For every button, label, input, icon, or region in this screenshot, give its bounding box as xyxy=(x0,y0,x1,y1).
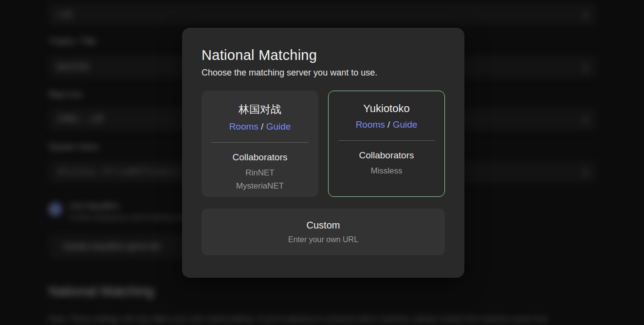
server-links: Rooms / Guide xyxy=(202,121,318,132)
rooms-link[interactable]: Rooms xyxy=(229,121,258,132)
collaborator-name: Missless xyxy=(329,164,444,177)
collaborators-list: RinNET MysteriaNET xyxy=(202,166,318,192)
guide-link[interactable]: Guide xyxy=(266,121,291,132)
collaborator-name: RinNET xyxy=(202,166,318,179)
card-divider xyxy=(338,140,435,141)
collaborator-name: MysteriaNET xyxy=(202,179,318,192)
server-links: Rooms / Guide xyxy=(329,119,444,130)
server-card-yukiotoko[interactable]: Yukiotoko Rooms / Guide Collaborators Mi… xyxy=(328,91,445,197)
link-separator: / xyxy=(258,121,266,132)
server-options: 林国对战 Rooms / Guide Collaborators RinNET … xyxy=(202,91,445,197)
server-name: 林国对战 xyxy=(202,102,318,117)
rooms-link[interactable]: Rooms xyxy=(356,119,385,130)
server-card-linguo[interactable]: 林国对战 Rooms / Guide Collaborators RinNET … xyxy=(202,91,318,197)
guide-link[interactable]: Guide xyxy=(393,119,418,130)
collaborators-list: Missless xyxy=(329,164,444,177)
card-divider xyxy=(211,142,309,143)
dialog-subtitle: Choose the matching server you want to u… xyxy=(202,68,445,78)
collaborators-label: Collaborators xyxy=(202,152,318,163)
custom-server-card[interactable]: Custom Enter your own URL xyxy=(202,209,445,255)
custom-card-title: Custom xyxy=(307,220,340,231)
screen: 1.50 ❯ Trophy / Title MASTER ❯ Map Icon … xyxy=(0,0,644,325)
link-separator: / xyxy=(385,119,393,130)
collaborators-label: Collaborators xyxy=(329,150,444,161)
national-matching-dialog: National Matching Choose the matching se… xyxy=(182,28,464,278)
dialog-title: National Matching xyxy=(202,47,445,63)
server-name: Yukiotoko xyxy=(329,102,444,115)
custom-card-subtitle: Enter your own URL xyxy=(288,235,358,244)
